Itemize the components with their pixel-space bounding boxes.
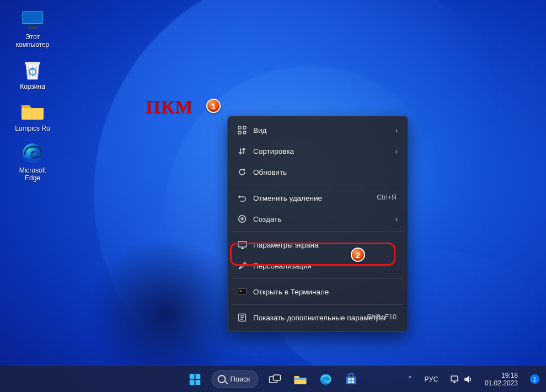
folder-icon <box>20 100 45 122</box>
edge-taskbar-button[interactable] <box>315 368 337 390</box>
edge-icon <box>320 373 332 385</box>
this-pc-label: Этот компьютер <box>16 33 50 49</box>
edge-label: Microsoft Edge <box>19 167 46 182</box>
ctx-undo-label: Отменить удаление <box>253 194 322 202</box>
file-explorer-icon <box>294 374 307 385</box>
language-label: РУС <box>424 375 438 383</box>
svg-rect-1 <box>23 12 42 23</box>
svg-rect-16 <box>189 380 194 385</box>
annotation-marker-2: 2 <box>351 248 365 262</box>
task-view-icon <box>269 374 281 384</box>
svg-rect-12 <box>238 241 247 247</box>
ctx-refresh-label: Обновить <box>253 168 287 176</box>
windows-start-icon <box>189 374 200 385</box>
ctx-undo-delete[interactable]: Отменить удаление Ctrl+Я <box>231 187 404 208</box>
ctx-view-label: Вид <box>253 126 266 135</box>
annotation-marker-1: 1 <box>206 99 221 113</box>
display-icon <box>237 239 248 250</box>
svg-rect-7 <box>238 126 241 129</box>
more-options-icon <box>237 312 248 323</box>
ctx-more-shortcut: Shift+F10 <box>367 313 397 321</box>
svg-point-10 <box>243 131 246 134</box>
taskbar: Поиск ˄ РУС 19:18 <box>0 366 546 392</box>
ctx-open-terminal[interactable]: Открыть в Терминале <box>231 281 404 302</box>
notifications-button[interactable]: 1 <box>527 368 543 390</box>
ctx-sort[interactable]: Сортировка › <box>231 141 404 162</box>
sort-icon <box>237 146 248 157</box>
tray-overflow-button[interactable]: ˄ <box>405 368 415 390</box>
svg-rect-26 <box>352 381 354 383</box>
start-button[interactable] <box>184 368 206 390</box>
taskbar-search[interactable]: Поиск <box>211 370 258 388</box>
ctx-separator <box>232 304 403 305</box>
svg-rect-4 <box>25 62 40 65</box>
taskbar-system-tray: ˄ РУС 19:18 01.02.2023 1 <box>405 366 543 392</box>
chevron-right-icon: › <box>395 216 398 223</box>
folder-shortcut[interactable]: Lumpics Ru <box>8 100 57 132</box>
chevron-right-icon: › <box>395 148 398 155</box>
annotation-pkm-label: ПКМ <box>146 96 193 117</box>
svg-rect-14 <box>189 374 194 379</box>
taskbar-center-apps: Поиск <box>184 368 362 390</box>
svg-rect-25 <box>349 381 351 383</box>
ctx-display-label: Параметры экрана <box>253 241 319 249</box>
notification-badge: 1 <box>530 374 539 384</box>
ctx-personalize-label: Персонализация <box>253 262 312 270</box>
svg-rect-24 <box>352 378 354 380</box>
input-language-button[interactable]: РУС <box>421 368 442 390</box>
svg-rect-17 <box>195 380 200 385</box>
clock-time: 19:18 <box>485 372 518 379</box>
ctx-new-label: Создать <box>253 215 281 223</box>
undo-icon <box>237 192 248 203</box>
ctx-display-settings[interactable]: Параметры экрана <box>231 234 404 255</box>
svg-rect-23 <box>349 378 351 380</box>
terminal-icon <box>237 286 248 297</box>
edge-icon <box>20 142 45 164</box>
this-pc-shortcut[interactable]: Этот компьютер <box>8 9 57 49</box>
edge-shortcut[interactable]: Microsoft Edge <box>8 142 57 182</box>
svg-rect-27 <box>451 376 458 381</box>
ctx-more-label: Показать дополнительные параметры <box>253 314 386 322</box>
ctx-terminal-label: Открыть в Терминале <box>253 288 329 296</box>
ctx-more-options[interactable]: Показать дополнительные параметры Shift+… <box>231 307 404 328</box>
refresh-icon <box>237 167 248 178</box>
desktop[interactable]: Этот компьютер Корзина Lumpics Ru Micros… <box>0 0 546 392</box>
volume-icon <box>464 375 473 383</box>
monitor-icon <box>20 9 45 31</box>
plus-circle-icon <box>237 213 248 224</box>
taskbar-search-label: Поиск <box>230 375 250 383</box>
ctx-separator <box>232 278 403 279</box>
folder-label: Lumpics Ru <box>15 125 50 132</box>
ctx-undo-shortcut: Ctrl+Я <box>377 194 397 201</box>
brush-icon <box>237 260 248 271</box>
ctx-separator <box>232 232 403 232</box>
ctx-sort-label: Сортировка <box>253 147 294 155</box>
network-icon <box>451 375 459 383</box>
task-view-button[interactable] <box>264 368 286 390</box>
ctx-view[interactable]: Вид › <box>231 120 404 141</box>
explorer-button[interactable] <box>290 368 312 390</box>
microsoft-store-icon <box>345 373 357 385</box>
ctx-new[interactable]: Создать › <box>231 208 404 229</box>
svg-rect-8 <box>243 126 246 129</box>
chevron-right-icon: › <box>395 127 398 135</box>
recycle-bin-icon <box>20 58 45 80</box>
ctx-refresh[interactable]: Обновить <box>231 162 404 182</box>
svg-rect-15 <box>195 374 200 379</box>
view-icon <box>237 125 248 136</box>
quick-settings-button[interactable] <box>447 368 476 390</box>
clock-button[interactable]: 19:18 01.02.2023 <box>481 368 521 390</box>
desktop-context-menu: Вид › Сортировка › Обновить Отменить уда… <box>227 116 408 332</box>
ctx-personalize[interactable]: Персонализация <box>231 255 404 276</box>
store-button[interactable] <box>340 368 362 390</box>
recycle-bin-label: Корзина <box>20 83 45 90</box>
svg-rect-2 <box>30 25 35 27</box>
recycle-bin-shortcut[interactable]: Корзина <box>8 58 57 90</box>
clock-date: 01.02.2023 <box>485 379 518 387</box>
desktop-icons-area: Этот компьютер Корзина Lumpics Ru Micros… <box>0 0 66 192</box>
svg-rect-9 <box>238 131 241 134</box>
ctx-separator <box>232 185 403 185</box>
chevron-up-icon: ˄ <box>408 375 412 384</box>
svg-rect-22 <box>346 377 356 384</box>
svg-rect-20 <box>295 378 307 380</box>
